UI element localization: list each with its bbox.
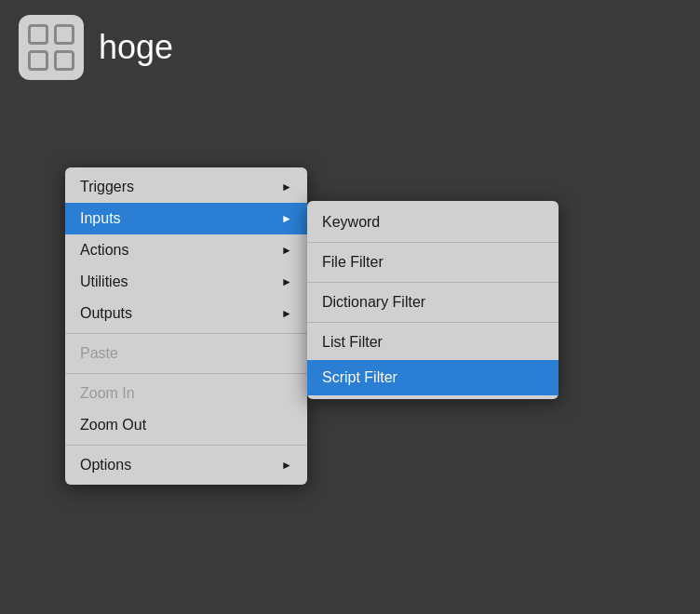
menu-item-zoom-out-label: Zoom Out [80,417,146,434]
menu-item-utilities[interactable]: Utilities ► [65,266,307,298]
context-menu-container: Triggers ► Inputs ► Actions ► Utilities … [65,167,307,485]
menu-item-outputs[interactable]: Outputs ► [65,298,307,329]
menu-item-actions-label: Actions [80,242,128,259]
menu-item-options[interactable]: Options ► [65,449,307,481]
menu-item-outputs-label: Outputs [80,305,132,322]
submenu-separator-3 [307,322,559,323]
app-icon-cell-4 [54,50,74,71]
menu-item-options-label: Options [80,457,131,474]
separator-1 [65,333,307,334]
submenu-item-dictionary-filter-label: Dictionary Filter [322,294,425,311]
inputs-arrow-icon: ► [281,212,292,225]
submenu-item-keyword[interactable]: Keyword [307,205,559,240]
submenu-item-list-filter[interactable]: List Filter [307,325,559,360]
app-icon-cell-2 [54,24,74,45]
separator-2 [65,373,307,374]
submenu-item-keyword-label: Keyword [322,214,380,231]
submenu-separator-1 [307,242,559,243]
menu-item-paste: Paste [65,338,307,369]
menu-item-utilities-label: Utilities [80,274,128,290]
submenu-separator-2 [307,282,559,283]
primary-menu: Triggers ► Inputs ► Actions ► Utilities … [65,167,307,485]
submenu-item-script-filter-label: Script Filter [322,369,397,386]
submenu-item-file-filter[interactable]: File Filter [307,245,559,280]
triggers-arrow-icon: ► [281,180,292,194]
menu-item-paste-label: Paste [80,345,118,362]
menu-item-triggers[interactable]: Triggers ► [65,171,307,203]
outputs-arrow-icon: ► [281,307,292,320]
options-arrow-icon: ► [281,459,292,472]
menu-item-zoom-in-label: Zoom In [80,385,135,402]
utilities-arrow-icon: ► [281,275,292,288]
menu-item-triggers-label: Triggers [80,179,134,195]
submenu-item-list-filter-label: List Filter [322,334,383,351]
app-icon [19,15,84,80]
app-icon-cell-3 [28,50,48,71]
submenu-inputs: Keyword File Filter Dictionary Filter Li… [307,201,559,399]
actions-arrow-icon: ► [281,244,292,257]
submenu-item-file-filter-label: File Filter [322,254,384,271]
menu-item-inputs[interactable]: Inputs ► [65,203,307,234]
separator-3 [65,445,307,446]
app-header: hoge [0,0,700,95]
menu-item-zoom-in: Zoom In [65,378,307,409]
app-icon-cell-1 [28,24,48,45]
menu-item-zoom-out[interactable]: Zoom Out [65,409,307,441]
menu-item-inputs-label: Inputs [80,210,121,227]
submenu-item-dictionary-filter[interactable]: Dictionary Filter [307,285,559,320]
menu-item-actions[interactable]: Actions ► [65,234,307,266]
app-title: hoge [99,28,173,67]
submenu-item-script-filter[interactable]: Script Filter [307,360,559,395]
